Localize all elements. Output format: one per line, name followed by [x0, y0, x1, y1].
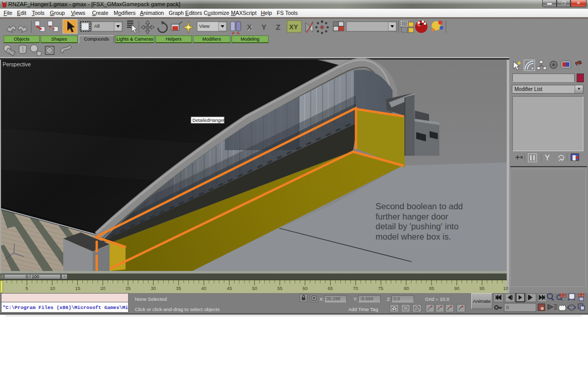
svg-text:View: View — [199, 23, 210, 29]
svg-text:X: X — [247, 23, 252, 31]
svg-text:Perspective: Perspective — [3, 61, 31, 67]
svg-text:5: 5 — [25, 286, 28, 291]
svg-text:Second boolean to add: Second boolean to add — [376, 202, 463, 211]
svg-text:All: All — [94, 23, 100, 29]
svg-text:20: 20 — [100, 286, 105, 291]
svg-text:15: 15 — [75, 286, 80, 291]
svg-text:55: 55 — [277, 286, 282, 291]
svg-text:model where box is.: model where box is. — [376, 232, 451, 241]
svg-text:Y: Y — [261, 23, 266, 31]
svg-text:25: 25 — [126, 286, 131, 291]
svg-text:10: 10 — [50, 286, 55, 291]
svg-text:Z: Z — [276, 23, 280, 31]
svg-text:XY: XY — [289, 23, 298, 31]
svg-text:DetailedHanger: DetailedHanger — [192, 118, 225, 123]
svg-text:0: 0 — [506, 305, 509, 310]
svg-text:45: 45 — [227, 286, 232, 291]
svg-text:40: 40 — [201, 286, 206, 291]
svg-text:further hanger door: further hanger door — [376, 212, 449, 221]
svg-text:35: 35 — [176, 286, 181, 291]
svg-text:30: 30 — [151, 286, 156, 291]
svg-text:detail by 'pushing' into: detail by 'pushing' into — [376, 222, 458, 231]
svg-text:50: 50 — [252, 286, 257, 291]
